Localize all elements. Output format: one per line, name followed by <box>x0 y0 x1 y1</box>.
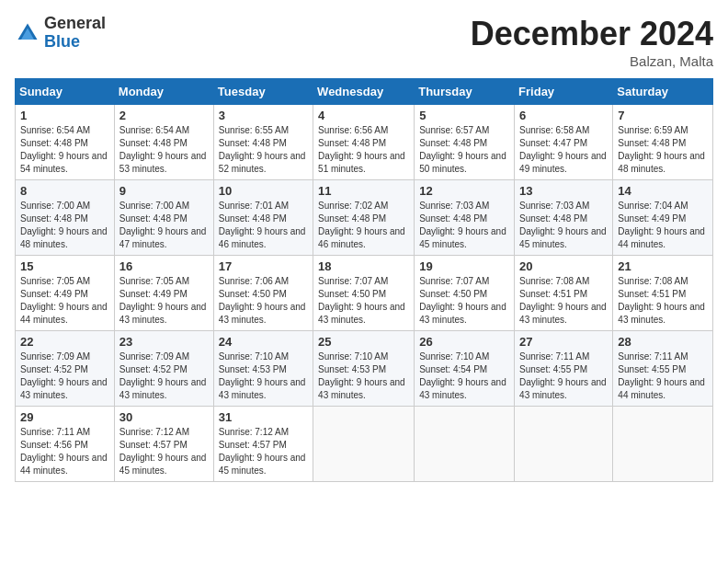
calendar-cell: 29Sunrise: 7:11 AMSunset: 4:56 PMDayligh… <box>16 407 115 482</box>
calendar-cell <box>613 407 713 482</box>
calendar-cell: 14Sunrise: 7:04 AMSunset: 4:49 PMDayligh… <box>613 180 713 256</box>
weekday-header: Saturday <box>613 79 713 105</box>
day-number: 22 <box>20 335 109 349</box>
day-info: Sunrise: 6:58 AMSunset: 4:47 PMDaylight:… <box>519 124 608 176</box>
day-info: Sunrise: 6:56 AMSunset: 4:48 PMDaylight:… <box>318 124 409 176</box>
calendar-cell: 20Sunrise: 7:08 AMSunset: 4:51 PMDayligh… <box>515 256 613 331</box>
day-number: 27 <box>519 335 608 349</box>
day-info: Sunrise: 6:55 AMSunset: 4:48 PMDaylight:… <box>219 124 308 176</box>
day-number: 1 <box>20 109 109 122</box>
day-info: Sunrise: 7:05 AMSunset: 4:49 PMDaylight:… <box>20 275 109 327</box>
calendar-week-row: 22Sunrise: 7:09 AMSunset: 4:52 PMDayligh… <box>16 331 713 407</box>
day-info: Sunrise: 7:11 AMSunset: 4:56 PMDaylight:… <box>20 426 109 477</box>
day-info: Sunrise: 7:10 AMSunset: 4:54 PMDaylight:… <box>419 350 509 402</box>
day-number: 11 <box>318 184 409 198</box>
day-number: 24 <box>219 335 308 349</box>
title-block: December 2024 Balzan, Malta <box>471 15 713 69</box>
day-info: Sunrise: 7:10 AMSunset: 4:53 PMDaylight:… <box>219 350 308 402</box>
day-number: 7 <box>618 109 708 122</box>
logo-blue: Blue <box>44 33 106 52</box>
day-number: 3 <box>219 109 308 122</box>
month-title: December 2024 <box>471 15 713 53</box>
day-number: 2 <box>119 109 209 122</box>
day-info: Sunrise: 7:00 AMSunset: 4:48 PMDaylight:… <box>20 200 109 251</box>
page-header: General Blue December 2024 Balzan, Malta <box>15 15 713 69</box>
day-info: Sunrise: 7:01 AMSunset: 4:48 PMDaylight:… <box>219 200 308 251</box>
day-number: 30 <box>119 410 209 424</box>
day-number: 16 <box>119 259 209 273</box>
day-number: 19 <box>419 259 509 273</box>
weekday-header: Monday <box>114 79 213 105</box>
day-number: 4 <box>318 109 409 122</box>
calendar-cell: 17Sunrise: 7:06 AMSunset: 4:50 PMDayligh… <box>213 256 313 331</box>
calendar-cell: 23Sunrise: 7:09 AMSunset: 4:52 PMDayligh… <box>114 331 213 407</box>
calendar-cell: 8Sunrise: 7:00 AMSunset: 4:48 PMDaylight… <box>16 180 115 256</box>
day-info: Sunrise: 7:11 AMSunset: 4:55 PMDaylight:… <box>618 350 708 402</box>
day-info: Sunrise: 7:12 AMSunset: 4:57 PMDaylight:… <box>119 426 209 477</box>
day-number: 8 <box>20 184 109 198</box>
calendar-cell: 10Sunrise: 7:01 AMSunset: 4:48 PMDayligh… <box>213 180 313 256</box>
calendar-cell: 25Sunrise: 7:10 AMSunset: 4:53 PMDayligh… <box>313 331 415 407</box>
day-info: Sunrise: 7:02 AMSunset: 4:48 PMDaylight:… <box>318 200 409 251</box>
weekday-header: Wednesday <box>313 79 415 105</box>
calendar-cell: 24Sunrise: 7:10 AMSunset: 4:53 PMDayligh… <box>213 331 313 407</box>
location: Balzan, Malta <box>471 53 713 69</box>
day-info: Sunrise: 7:03 AMSunset: 4:48 PMDaylight:… <box>419 200 509 251</box>
calendar-cell: 1Sunrise: 6:54 AMSunset: 4:48 PMDaylight… <box>16 105 115 180</box>
calendar-cell: 13Sunrise: 7:03 AMSunset: 4:48 PMDayligh… <box>515 180 613 256</box>
day-info: Sunrise: 7:04 AMSunset: 4:49 PMDaylight:… <box>618 200 708 251</box>
calendar-week-row: 1Sunrise: 6:54 AMSunset: 4:48 PMDaylight… <box>16 105 713 180</box>
calendar-cell: 2Sunrise: 6:54 AMSunset: 4:48 PMDaylight… <box>114 105 213 180</box>
calendar-week-row: 15Sunrise: 7:05 AMSunset: 4:49 PMDayligh… <box>16 256 713 331</box>
calendar-table: SundayMondayTuesdayWednesdayThursdayFrid… <box>15 78 713 482</box>
day-number: 26 <box>419 335 509 349</box>
calendar-cell: 30Sunrise: 7:12 AMSunset: 4:57 PMDayligh… <box>114 407 213 482</box>
day-number: 10 <box>219 184 308 198</box>
day-number: 6 <box>519 109 608 122</box>
day-number: 28 <box>618 335 708 349</box>
day-info: Sunrise: 7:07 AMSunset: 4:50 PMDaylight:… <box>318 275 409 327</box>
day-number: 9 <box>119 184 209 198</box>
calendar-cell: 31Sunrise: 7:12 AMSunset: 4:57 PMDayligh… <box>213 407 313 482</box>
calendar-cell: 19Sunrise: 7:07 AMSunset: 4:50 PMDayligh… <box>415 256 515 331</box>
calendar-cell: 21Sunrise: 7:08 AMSunset: 4:51 PMDayligh… <box>613 256 713 331</box>
day-number: 17 <box>219 259 308 273</box>
logo-text: General Blue <box>44 15 106 52</box>
day-number: 12 <box>419 184 509 198</box>
calendar-cell: 5Sunrise: 6:57 AMSunset: 4:48 PMDaylight… <box>415 105 515 180</box>
day-number: 29 <box>20 410 109 424</box>
day-number: 20 <box>519 259 608 273</box>
logo: General Blue <box>15 15 106 52</box>
weekday-header: Friday <box>515 79 613 105</box>
calendar-cell: 11Sunrise: 7:02 AMSunset: 4:48 PMDayligh… <box>313 180 415 256</box>
day-info: Sunrise: 6:57 AMSunset: 4:48 PMDaylight:… <box>419 124 509 176</box>
day-info: Sunrise: 7:05 AMSunset: 4:49 PMDaylight:… <box>119 275 209 327</box>
calendar-cell: 12Sunrise: 7:03 AMSunset: 4:48 PMDayligh… <box>415 180 515 256</box>
day-info: Sunrise: 7:00 AMSunset: 4:48 PMDaylight:… <box>119 200 209 251</box>
calendar-cell: 4Sunrise: 6:56 AMSunset: 4:48 PMDaylight… <box>313 105 415 180</box>
calendar-cell <box>415 407 515 482</box>
day-info: Sunrise: 7:09 AMSunset: 4:52 PMDaylight:… <box>119 350 209 402</box>
day-info: Sunrise: 7:11 AMSunset: 4:55 PMDaylight:… <box>519 350 608 402</box>
calendar-cell: 22Sunrise: 7:09 AMSunset: 4:52 PMDayligh… <box>16 331 115 407</box>
day-number: 18 <box>318 259 409 273</box>
calendar-week-row: 8Sunrise: 7:00 AMSunset: 4:48 PMDaylight… <box>16 180 713 256</box>
day-number: 14 <box>618 184 708 198</box>
day-info: Sunrise: 7:08 AMSunset: 4:51 PMDaylight:… <box>618 275 708 327</box>
day-info: Sunrise: 7:10 AMSunset: 4:53 PMDaylight:… <box>318 350 409 402</box>
day-number: 25 <box>318 335 409 349</box>
logo-icon <box>15 20 40 46</box>
calendar-cell: 27Sunrise: 7:11 AMSunset: 4:55 PMDayligh… <box>515 331 613 407</box>
day-info: Sunrise: 7:08 AMSunset: 4:51 PMDaylight:… <box>519 275 608 327</box>
day-number: 13 <box>519 184 608 198</box>
day-number: 21 <box>618 259 708 273</box>
day-info: Sunrise: 7:09 AMSunset: 4:52 PMDaylight:… <box>20 350 109 402</box>
weekday-header: Tuesday <box>213 79 313 105</box>
day-number: 23 <box>119 335 209 349</box>
calendar-cell: 16Sunrise: 7:05 AMSunset: 4:49 PMDayligh… <box>114 256 213 331</box>
day-info: Sunrise: 7:03 AMSunset: 4:48 PMDaylight:… <box>519 200 608 251</box>
day-number: 5 <box>419 109 509 122</box>
day-info: Sunrise: 6:54 AMSunset: 4:48 PMDaylight:… <box>20 124 109 176</box>
calendar-cell: 15Sunrise: 7:05 AMSunset: 4:49 PMDayligh… <box>16 256 115 331</box>
day-info: Sunrise: 6:54 AMSunset: 4:48 PMDaylight:… <box>119 124 209 176</box>
